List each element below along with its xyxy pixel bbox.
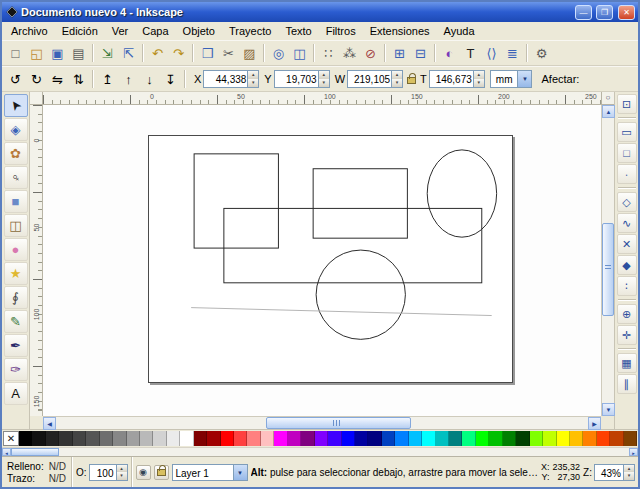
palette-swatch[interactable] xyxy=(261,431,274,446)
layer-lock-icon[interactable] xyxy=(154,465,169,480)
palette-scroll-left-icon[interactable]: ◂ xyxy=(2,448,11,456)
horizontal-scrollbar-thumb[interactable] xyxy=(266,417,411,429)
preferences-icon[interactable]: ⚙ xyxy=(531,43,552,64)
spin-down-icon[interactable]: ▾ xyxy=(474,79,484,87)
palette-swatch[interactable] xyxy=(530,431,543,446)
palette-swatch[interactable] xyxy=(570,431,583,446)
y-field-spinner[interactable]: ▴▾ xyxy=(318,71,329,87)
snap-cusp-nodes-icon[interactable]: ◆ xyxy=(617,255,637,275)
close-button[interactable]: ✕ xyxy=(618,5,635,20)
spin-up-icon[interactable]: ▴ xyxy=(624,465,634,473)
spin-up-icon[interactable]: ▴ xyxy=(117,465,127,473)
palette-swatch[interactable] xyxy=(610,431,623,446)
horizontal-scrollbar[interactable]: ◀ ▶ xyxy=(43,416,601,429)
spin-down-icon[interactable]: ▾ xyxy=(117,472,127,480)
palette-swatch[interactable] xyxy=(422,431,435,446)
xml-editor-icon[interactable]: ⟨⟩ xyxy=(481,43,502,64)
palette-swatch[interactable] xyxy=(342,431,355,446)
pencil-tool[interactable]: ✎ xyxy=(4,310,28,333)
palette-swatch[interactable] xyxy=(368,431,381,446)
print-icon[interactable]: ▤ xyxy=(68,43,89,64)
lock-ratio-icon[interactable] xyxy=(407,77,416,84)
palette-swatch[interactable] xyxy=(140,431,153,446)
palette-swatch[interactable] xyxy=(395,431,408,446)
rotate-90-cw-icon[interactable]: ↻ xyxy=(26,69,47,90)
spin-up-icon[interactable]: ▴ xyxy=(392,71,402,79)
import-icon[interactable]: ⇲ xyxy=(97,43,118,64)
palette-swatch[interactable] xyxy=(583,431,596,446)
snap-midpoints-icon[interactable]: ∶ xyxy=(617,276,637,296)
snap-bounding-box-icon[interactable]: ▭ xyxy=(617,122,637,142)
palette-swatch[interactable] xyxy=(449,431,462,446)
clone-icon[interactable]: ⁂ xyxy=(339,43,360,64)
ellipse-tool[interactable]: ● xyxy=(4,238,28,261)
palette-swatch[interactable] xyxy=(113,431,126,446)
palette-swatch[interactable] xyxy=(207,431,220,446)
snap-bbox-edges-icon[interactable]: □ xyxy=(617,143,637,163)
chevron-down-icon[interactable]: ▼ xyxy=(233,465,247,480)
height-field-value[interactable]: 146,673 xyxy=(430,71,473,87)
height-field-spinner[interactable]: ▴▾ xyxy=(473,71,484,87)
palette-swatch[interactable] xyxy=(59,431,72,446)
vertical-scrollbar-thumb[interactable] xyxy=(602,223,614,316)
palette-swatch[interactable] xyxy=(73,431,86,446)
group-icon[interactable]: ⊞ xyxy=(389,43,410,64)
spin-up-icon[interactable]: ▴ xyxy=(319,71,329,79)
unlink-clone-icon[interactable]: ⊘ xyxy=(360,43,381,64)
spin-down-icon[interactable]: ▾ xyxy=(248,79,258,87)
maximize-button[interactable]: ❐ xyxy=(596,5,613,20)
no-color-swatch[interactable]: ✕ xyxy=(3,431,19,446)
palette-swatch[interactable] xyxy=(180,431,193,446)
spiral-tool[interactable]: ∮ xyxy=(4,286,28,309)
zoom-input[interactable]: 43% ▴▾ xyxy=(594,464,635,481)
spin-down-icon[interactable]: ▾ xyxy=(319,79,329,87)
palette-swatch[interactable] xyxy=(462,431,475,446)
x-field-spinner[interactable]: ▴▾ xyxy=(247,71,258,87)
zoom-drawing-icon[interactable]: ◎ xyxy=(268,43,289,64)
height-field-input[interactable]: 146,673 ▴▾ xyxy=(429,70,485,88)
palette-swatch[interactable] xyxy=(543,431,556,446)
palette-swatch[interactable] xyxy=(167,431,180,446)
drawn-circle[interactable] xyxy=(316,250,405,339)
spin-down-icon[interactable]: ▾ xyxy=(624,472,634,480)
palette-swatch[interactable] xyxy=(503,431,516,446)
pen-tool[interactable]: ✒ xyxy=(4,334,28,357)
palette-swatch[interactable] xyxy=(476,431,489,446)
palette-swatch[interactable] xyxy=(409,431,422,446)
flip-vertical-icon[interactable]: ⇅ xyxy=(68,69,89,90)
menu-extensiones[interactable]: Extensiones xyxy=(363,23,437,40)
scroll-up-icon[interactable]: ▲ xyxy=(602,105,615,118)
new-document-icon[interactable]: □ xyxy=(5,43,26,64)
rotate-90-ccw-icon[interactable]: ↺ xyxy=(5,69,26,90)
spin-up-icon[interactable]: ▴ xyxy=(248,71,258,79)
units-dropdown[interactable]: mm ▼ xyxy=(490,70,533,88)
document-page[interactable] xyxy=(148,135,513,383)
palette-swatch[interactable] xyxy=(436,431,449,446)
menu-ver[interactable]: Ver xyxy=(105,23,136,40)
minimize-button[interactable]: — xyxy=(575,5,592,20)
vertical-ruler[interactable]: 050100150 xyxy=(30,105,43,416)
snap-guides-icon[interactable]: ∥ xyxy=(617,374,637,394)
snap-rotation-centers-icon[interactable]: ✛ xyxy=(617,325,637,345)
align-dialog-icon[interactable]: ≣ xyxy=(502,43,523,64)
width-field-spinner[interactable]: ▴▾ xyxy=(391,71,402,87)
opacity-input[interactable]: 100 ▴▾ xyxy=(89,464,128,481)
enable-snapping-icon[interactable]: ⊡ xyxy=(617,94,637,114)
chevron-down-icon[interactable]: ▼ xyxy=(517,71,531,87)
flip-horizontal-icon[interactable]: ⇋ xyxy=(47,69,68,90)
palette-swatch[interactable] xyxy=(194,431,207,446)
spin-up-icon[interactable]: ▴ xyxy=(474,71,484,79)
snap-paths-icon[interactable]: ∿ xyxy=(617,213,637,233)
palette-swatch[interactable] xyxy=(274,431,287,446)
rectangle-tool[interactable]: ■ xyxy=(4,190,28,213)
raise-icon[interactable]: ↑ xyxy=(118,69,139,90)
menu-trayecto[interactable]: Trayecto xyxy=(222,23,278,40)
drawn-rectangle-1[interactable] xyxy=(194,154,278,248)
y-field-input[interactable]: 19,703 ▴▾ xyxy=(274,70,330,88)
paste-icon[interactable]: ▨ xyxy=(239,43,260,64)
zoom-page-icon[interactable]: ◫ xyxy=(289,43,310,64)
menu-archivo[interactable]: Archivo xyxy=(4,23,55,40)
palette-swatch[interactable] xyxy=(19,431,32,446)
scroll-down-icon[interactable]: ▼ xyxy=(602,403,615,416)
palette-swatch[interactable] xyxy=(32,431,45,446)
